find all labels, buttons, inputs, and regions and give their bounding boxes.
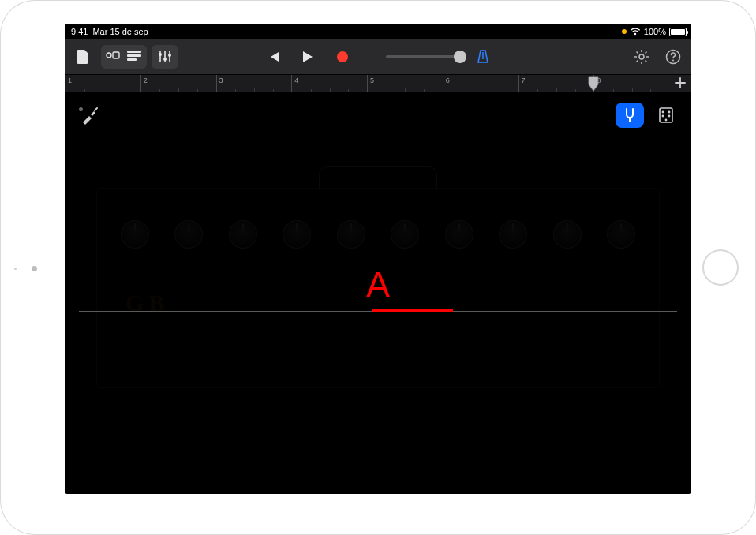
ruler-bar[interactable]: 7 — [518, 75, 594, 92]
amp-logo: GB — [125, 290, 169, 316]
battery-percentage: 100% — [644, 27, 666, 36]
amp-knob — [283, 220, 311, 249]
ruler-bar-number: 2 — [144, 77, 148, 84]
ruler-bar-number: 1 — [68, 77, 72, 84]
stompbox-button[interactable] — [652, 103, 680, 128]
amp-knob — [391, 220, 419, 249]
battery-icon — [669, 28, 687, 36]
status-left: 9:41 Mar 15 de sep — [71, 27, 148, 36]
svg-point-15 — [668, 115, 671, 118]
amp-knob-row — [121, 220, 635, 249]
amp-knob — [499, 220, 527, 249]
stompbox-icon — [658, 107, 674, 124]
view-mode-group — [616, 103, 680, 128]
front-camera-dot — [32, 266, 37, 271]
ruler-bar[interactable]: 1 — [65, 75, 140, 92]
ruler-bar-number: 3 — [219, 77, 223, 84]
amp-panel-background: GB — [96, 188, 660, 388]
svg-rect-4 — [127, 58, 137, 61]
svg-point-7 — [168, 54, 171, 57]
playhead[interactable] — [587, 75, 600, 93]
play-button[interactable] — [294, 45, 321, 69]
svg-rect-3 — [127, 54, 141, 57]
status-bar: 9:41 Mar 15 de sep 100% — [65, 24, 691, 39]
amp-handle — [319, 166, 437, 189]
wifi-icon — [630, 28, 641, 36]
home-button[interactable] — [702, 249, 739, 286]
plus-icon — [675, 77, 686, 92]
status-time: 9:41 — [71, 27, 88, 36]
amp-knob — [337, 220, 365, 249]
ruler-bar[interactable]: 3 — [216, 75, 292, 92]
amp-knob — [174, 220, 203, 249]
amp-knob — [445, 220, 473, 249]
transport-controls — [260, 45, 496, 69]
ruler-bar[interactable]: 4 — [291, 75, 367, 92]
ruler-bar[interactable]: 6 — [443, 75, 518, 92]
status-right: 100% — [622, 27, 687, 36]
ipad-frame: 9:41 Mar 15 de sep 100% — [0, 0, 756, 535]
screen: 9:41 Mar 15 de sep 100% — [65, 24, 691, 494]
view-toggle-group — [101, 45, 147, 69]
tracks-view-button[interactable] — [126, 50, 142, 64]
amp-knob — [607, 220, 635, 249]
settings-button[interactable] — [628, 45, 655, 69]
guitar-cable-icon — [80, 107, 102, 125]
ruler-bar-number: 5 — [370, 77, 374, 84]
monitor-status-dot — [79, 107, 83, 111]
track-controls-button[interactable] — [152, 45, 178, 69]
svg-point-14 — [662, 115, 664, 118]
amp-knob — [553, 220, 582, 249]
svg-point-6 — [163, 58, 167, 61]
svg-point-16 — [665, 119, 668, 122]
svg-point-8 — [639, 54, 644, 59]
svg-point-13 — [668, 111, 671, 114]
svg-rect-2 — [127, 51, 141, 53]
input-monitor-button[interactable] — [76, 104, 106, 128]
browser-view-button[interactable] — [106, 50, 122, 64]
my-songs-button[interactable] — [69, 45, 96, 69]
amp-knob — [121, 220, 149, 249]
svg-rect-1 — [113, 52, 119, 58]
amp-knob — [229, 220, 257, 249]
record-icon — [337, 51, 348, 62]
svg-point-0 — [107, 53, 111, 58]
ruler-bar[interactable]: 2 — [140, 75, 216, 92]
ruler-bar-number: 4 — [294, 77, 298, 84]
location-indicator-dot — [622, 29, 627, 34]
control-bar — [65, 39, 691, 74]
svg-point-12 — [662, 111, 664, 114]
svg-point-10 — [672, 60, 674, 62]
ruler-bar[interactable]: 8 — [593, 75, 669, 92]
help-button[interactable] — [660, 45, 687, 69]
tuning-fork-icon — [621, 107, 638, 124]
volume-thumb[interactable] — [454, 51, 466, 63]
ruler-bar[interactable]: 5 — [367, 75, 443, 92]
svg-point-5 — [159, 53, 162, 56]
status-date: Mar 15 de sep — [92, 27, 148, 36]
metronome-button[interactable] — [470, 45, 496, 69]
record-button[interactable] — [329, 45, 356, 69]
ruler-bar-number: 6 — [446, 77, 450, 84]
ruler-bar-number: 7 — [522, 77, 526, 84]
go-to-beginning-button[interactable] — [260, 45, 286, 69]
tuner-button[interactable] — [616, 103, 644, 128]
add-section-button[interactable] — [672, 77, 688, 92]
master-volume-slider[interactable] — [386, 55, 462, 58]
instrument-area: GB A — [65, 93, 691, 494]
ruler[interactable]: 12345678 — [65, 74, 691, 93]
ambient-sensor-dot — [14, 268, 17, 270]
